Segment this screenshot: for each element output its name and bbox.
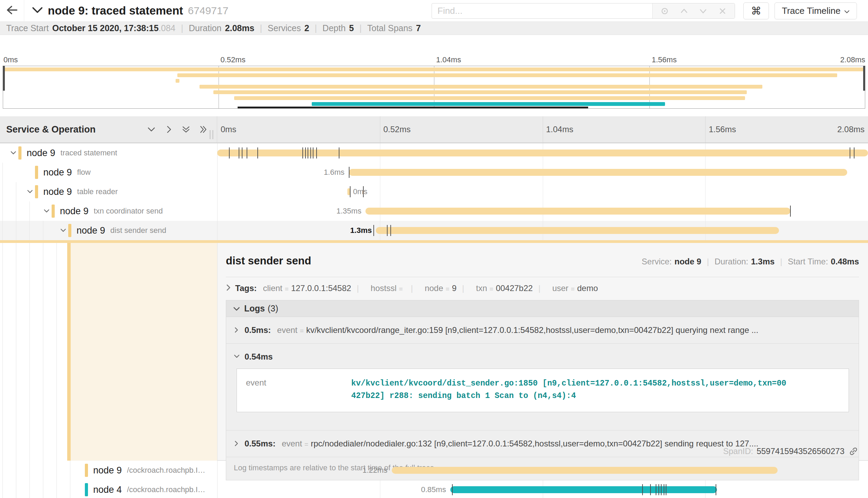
span-id-label: SpanID: <box>723 446 753 456</box>
back-button[interactable] <box>0 0 24 22</box>
timeline-header: Service & Operation 0ms0.52ms1.04ms1.56m… <box>0 116 868 143</box>
span-log-tick <box>666 484 666 495</box>
span-duration-label: 1.3ms <box>350 226 372 235</box>
span-bar[interactable] <box>376 227 779 234</box>
clear-find-icon[interactable] <box>716 4 729 18</box>
back-arrow-icon <box>6 5 18 17</box>
span-row-timeline-cell[interactable]: 1.3ms <box>217 221 868 240</box>
span-row-timeline-cell[interactable]: 0ms <box>217 182 868 201</box>
tag-item: hostssl= <box>364 283 405 293</box>
span-row-timeline-cell[interactable]: 1.22ms <box>217 461 868 480</box>
minimap-span-bar <box>3 67 865 71</box>
span-row-timeline-cell[interactable]: 1.35ms <box>217 201 868 221</box>
trace-start-label: Trace Start <box>6 23 49 33</box>
log-row[interactable]: 0.5ms:event=kv/kvclient/kvcoord/range_it… <box>226 317 859 344</box>
span-row-1[interactable]: node 9flow1.6ms <box>0 163 868 182</box>
column-resize-handle[interactable] <box>210 130 213 139</box>
span-row-label-cell[interactable]: node 9table reader <box>0 182 217 201</box>
span-operation-name: traced statement <box>61 148 117 157</box>
span-duration-label: 1.22ms <box>362 466 387 475</box>
collapse-chevron-icon[interactable] <box>26 189 34 195</box>
minimap-axis-label: 0.52ms <box>221 55 246 64</box>
span-log-tick <box>305 147 306 159</box>
span-log-tick <box>313 147 313 159</box>
keyboard-shortcuts-button[interactable]: ⌘ <box>743 2 769 19</box>
span-row-label-cell[interactable]: node 9/cockroach.roachpb.I… <box>0 461 217 480</box>
services-label: Services <box>268 23 301 33</box>
logs-header[interactable]: Logs (3) <box>226 300 859 317</box>
depth-label: Depth <box>322 23 346 33</box>
collapse-one-icon[interactable] <box>147 125 156 134</box>
span-row-label-cell[interactable]: node 9dist sender send <box>0 221 217 240</box>
span-bar[interactable] <box>217 150 868 156</box>
tag-item: user=demo <box>546 283 598 293</box>
span-bar[interactable] <box>450 486 717 493</box>
span-duration-label: 0ms <box>353 187 367 196</box>
span-service-name: node 9 <box>27 148 55 159</box>
span-row-label-cell[interactable]: node 9traced statement <box>0 143 217 163</box>
chevron-right-icon <box>226 283 231 293</box>
span-log-tick <box>642 484 643 495</box>
log-timestamp: 0.55ms: <box>245 439 275 449</box>
span-row-0[interactable]: node 9traced statement <box>0 143 868 163</box>
span-bar[interactable] <box>349 169 847 176</box>
chevron-down-icon <box>233 304 240 314</box>
trace-view-selector[interactable]: Trace Timeline <box>774 2 857 19</box>
span-color-bar <box>67 243 71 461</box>
span-row-6[interactable]: node 4/cockroach.roachpb.I…0.85ms <box>0 480 868 498</box>
span-log-tick <box>229 147 230 159</box>
minimap-left-scrubber[interactable] <box>3 66 5 91</box>
span-operation-name: /cockroach.roachpb.I… <box>127 466 205 475</box>
minimap-axis-label: 0ms <box>3 55 18 64</box>
expand-one-icon[interactable] <box>165 125 173 134</box>
next-result-icon[interactable] <box>696 4 710 18</box>
link-icon[interactable] <box>849 446 858 456</box>
detail-divider <box>226 277 859 277</box>
span-bar[interactable] <box>392 467 778 474</box>
top-nav: node 9: traced statement 6749717 ⌘ <box>0 0 868 22</box>
span-log-tick <box>716 484 716 495</box>
span-row-5[interactable]: node 9/cockroach.roachpb.I…1.22ms <box>0 461 868 480</box>
log-value: kv/kvclient/kvcoord/range_iter.go:159 [n… <box>306 325 759 335</box>
chevron-right-icon <box>234 439 240 449</box>
span-row-label-cell[interactable]: node 9flow <box>0 163 217 182</box>
span-row-timeline-cell[interactable] <box>217 143 868 163</box>
minimap-span-bar <box>312 102 665 106</box>
find-bar <box>432 3 735 19</box>
span-row-timeline-cell[interactable]: 1.6ms <box>217 163 868 182</box>
find-input[interactable] <box>432 3 652 18</box>
expand-all-icon[interactable] <box>199 125 207 134</box>
collapse-all-icon[interactable] <box>182 125 190 134</box>
minimap-view-indicator <box>238 107 588 108</box>
span-log-tick <box>790 206 791 217</box>
collapse-chevron-icon[interactable] <box>59 228 67 234</box>
minimap-right-scrubber[interactable] <box>863 66 865 91</box>
collapse-chevron-icon[interactable] <box>9 150 17 156</box>
span-row-4[interactable]: node 9dist sender send1.3ms <box>0 221 868 240</box>
log-field-value: kv/kvclient/kvcoord/dist_sender.go:1850 … <box>351 369 798 412</box>
span-operation-name: flow <box>77 168 91 177</box>
span-row-label-cell[interactable]: node 9txn coordinator send <box>0 201 217 221</box>
span-service-name: node 9 <box>60 206 89 217</box>
collapse-trace-button[interactable] <box>32 6 43 16</box>
minimap-canvas[interactable] <box>3 66 865 109</box>
span-color-bar <box>85 464 88 477</box>
span-operation-name: table reader <box>77 187 118 196</box>
collapse-chevron-icon[interactable] <box>43 208 51 214</box>
tags-list: client=127.0.0.1:54582|hostssl=|node=9|t… <box>257 283 598 293</box>
span-row-label-cell[interactable]: node 4/cockroach.roachpb.I… <box>0 480 217 498</box>
span-log-tick <box>239 147 239 159</box>
span-bar[interactable] <box>365 208 790 215</box>
span-row-timeline-cell[interactable]: 0.85ms <box>217 480 868 498</box>
log-timestamp: 0.5ms: <box>245 325 271 335</box>
span-row-2[interactable]: node 9table reader0ms <box>0 182 868 201</box>
span-log-tick <box>390 225 391 236</box>
log-row[interactable]: 0.54mseventkv/kvclient/kvcoord/dist_send… <box>226 344 859 431</box>
locate-icon[interactable] <box>658 4 672 18</box>
tags-row[interactable]: Tags: client=127.0.0.1:54582|hostssl=|no… <box>226 283 859 293</box>
prev-result-icon[interactable] <box>677 4 691 18</box>
span-log-tick <box>650 484 651 495</box>
span-log-tick <box>658 484 659 495</box>
span-row-3[interactable]: node 9txn coordinator send1.35ms <box>0 201 868 221</box>
logs-list: 0.5ms:event=kv/kvclient/kvcoord/range_it… <box>226 317 859 457</box>
